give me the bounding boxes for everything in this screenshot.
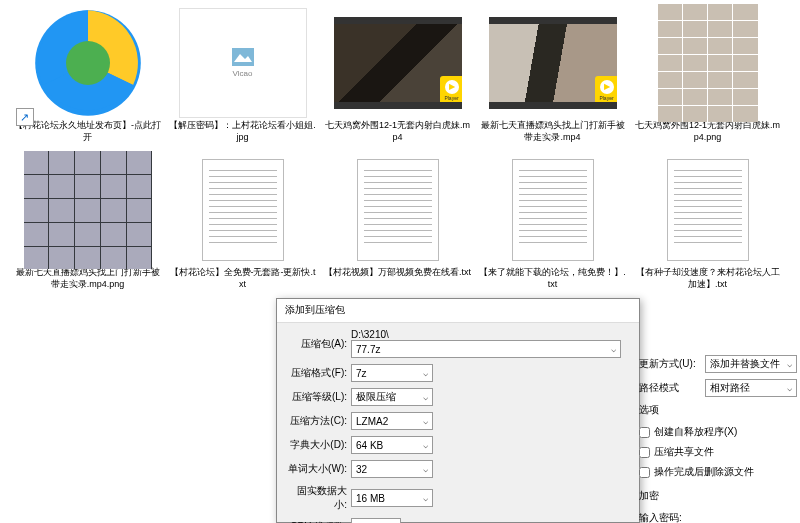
txt-file-icon [667,159,749,261]
format-label: 压缩格式(F): [287,366,347,380]
options-title: 选项 [639,403,797,417]
update-label: 更新方式(U): [639,357,701,371]
file-item[interactable]: 【村花视频】万部视频免费在线看.txt [320,155,475,290]
share-checkbox[interactable]: 压缩共享文件 [639,445,797,459]
path-label: 路径模式 [639,381,701,395]
file-label: 【村花视频】万部视频免费在线看.txt [320,267,475,279]
txt-file-icon [202,159,284,261]
file-item[interactable]: 七天鸡窝外围12-1无套内射白虎妹.mp4.png [630,8,785,143]
archive-path: D:\3210\ [351,329,621,340]
file-grid: ↗ 【村花论坛永久地址发布页】-点此打开 Vlcao 【解压密码】：上村花论坛看… [0,0,800,311]
player-badge-icon: ▶Player [440,76,462,104]
delete-checkbox[interactable]: 操作完成后删除源文件 [639,465,797,479]
video-thumbnail: ▶Player [489,17,617,109]
word-combo[interactable]: 32 [351,460,433,478]
file-label: 【有种子却没速度？来村花论坛人工加速】.txt [630,267,785,290]
password-label: 输入密码: [639,511,797,523]
cpu-combo[interactable]: 8 [351,518,401,523]
file-label: 【解压密码】：上村花论坛看小姐姐.jpg [165,120,320,143]
player-badge-icon: ▶Player [595,76,617,104]
level-combo[interactable]: 极限压缩 [351,388,433,406]
update-combo[interactable]: 添加并替换文件 [705,355,797,373]
file-item[interactable]: 【村花论坛】全免费-无套路-更新快.txt [165,155,320,290]
word-label: 单词大小(W): [287,462,347,476]
file-item[interactable]: 【有种子却没速度？来村花论坛人工加速】.txt [630,155,785,290]
method-combo[interactable]: LZMA2 [351,412,433,430]
level-label: 压缩等级(L): [287,390,347,404]
archive-label: 压缩包(A): [287,337,347,351]
encryption-title: 加密 [639,489,797,503]
file-item[interactable]: ▶Player 最新七天直播嫖鸡头找上门打新手被带走实录.mp4 [475,8,630,143]
path-combo[interactable]: 相对路径 [705,379,797,397]
file-item[interactable]: ▶Player 七天鸡窝外围12-1无套内射白虎妹.mp4 [320,8,475,143]
collage-thumbnail [658,4,758,122]
block-label: 固实数据大小: [287,484,347,512]
video-thumbnail: ▶Player [334,17,462,109]
file-label: 【来了就能下载的论坛，纯免费！】.txt [475,267,630,290]
format-combo[interactable]: 7z [351,364,433,382]
shortcut-arrow-icon: ↗ [16,108,34,126]
browser-icon: ↗ [24,8,152,118]
txt-file-icon [512,159,594,261]
method-label: 压缩方法(C): [287,414,347,428]
archive-dialog: 添加到压缩包 压缩包(A): D:\3210\ 77.7z 压缩格式(F):7z… [276,298,640,523]
file-label: 最新七天直播嫖鸡头找上门打新手被带走实录.mp4.png [10,267,165,290]
collage-thumbnail [24,151,152,269]
file-item[interactable]: ↗ 【村花论坛永久地址发布页】-点此打开 [10,8,165,143]
svg-point-1 [66,41,110,85]
dict-combo[interactable]: 64 KB [351,436,433,454]
txt-file-icon [357,159,439,261]
file-item[interactable]: Vlcao 【解压密码】：上村花论坛看小姐姐.jpg [165,8,320,143]
file-label: 【村花论坛】全免费-无套路-更新快.txt [165,267,320,290]
archive-name-input[interactable]: 77.7z [351,340,621,358]
file-item[interactable]: 【来了就能下载的论坛，纯免费！】.txt [475,155,630,290]
file-label: 七天鸡窝外围12-1无套内射白虎妹.mp4.png [630,120,785,143]
dict-label: 字典大小(D): [287,438,347,452]
vlcao-text: Vlcao [232,69,252,78]
file-item[interactable]: 最新七天直播嫖鸡头找上门打新手被带走实录.mp4.png [10,155,165,290]
block-combo[interactable]: 16 MB [351,489,433,507]
file-label: 七天鸡窝外围12-1无套内射白虎妹.mp4 [320,120,475,143]
image-placeholder-icon: Vlcao [179,8,307,118]
sfx-checkbox[interactable]: 创建自释放程序(X) [639,425,797,439]
file-label: 最新七天直播嫖鸡头找上门打新手被带走实录.mp4 [475,120,630,143]
dialog-title: 添加到压缩包 [277,299,639,323]
